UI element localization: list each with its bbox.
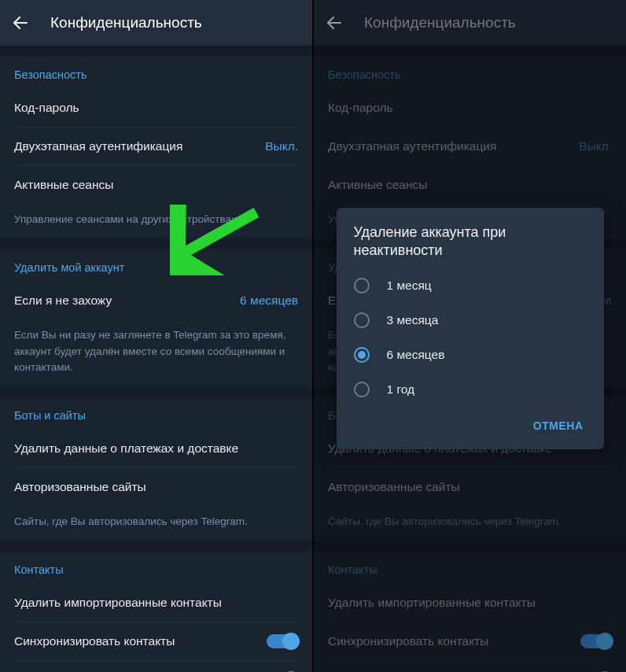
row-two-step[interactable]: Двухэтапная аутентификация Выкл. [0,127,312,165]
row-label: Удалить данные о платежах и доставке [14,441,238,456]
row-payments[interactable]: Удалить данные о платежах и доставке [0,430,312,467]
dialog-title: Удаление аккаунта при неактивности [337,223,604,268]
row-value: 6 месяцев [240,294,298,308]
radio-label: 1 месяц [387,279,432,293]
page-title: Конфиденциальность [50,14,202,31]
section-gap [0,46,312,57]
row-authorized-sites[interactable]: Авторизованные сайты [0,468,312,506]
row-label: Активные сеансы [14,178,113,192]
row-passcode[interactable]: Код-пароль [0,89,312,127]
section-gap [0,238,312,249]
radio-option-1-month[interactable]: 1 месяц [337,268,604,303]
row-label: Удалить импортированные контакты [14,596,222,610]
row-if-away[interactable]: Если я не захожу 6 месяцев [0,282,312,319]
radio-option-1-year[interactable]: 1 год [337,372,604,407]
row-label: Код-пароль [14,101,79,115]
section-gap [0,541,312,552]
modal-overlay[interactable]: Удаление аккаунта при неактивности 1 мес… [314,0,626,672]
section-header-security: Безопасность [0,57,312,89]
back-icon[interactable] [11,13,30,32]
radio-option-3-months[interactable]: 3 месяца [337,303,604,338]
radio-icon-selected [354,347,370,363]
row-label: Авторизованные сайты [14,480,146,494]
section-gap [0,386,312,397]
right-screen: Конфиденциальность Безопасность Код-паро… [314,0,626,672]
radio-option-6-months[interactable]: 6 месяцев [337,338,604,372]
radio-label: 6 месяцев [387,348,445,362]
dialog-actions: ОТМЕНА [337,407,604,445]
row-label: Двухэтапная аутентификация [14,139,182,153]
app-header: Конфиденциальность [0,0,312,46]
section-header-contacts: Контакты [0,552,312,584]
delete-inactivity-dialog: Удаление аккаунта при неактивности 1 мес… [337,208,604,449]
row-label: Если я не захожу [14,294,112,308]
row-label: Синхронизировать контакты [14,634,175,648]
section-header-delete: Удалить мой аккаунт [0,249,312,282]
footer-delete: Если Вы ни разу не заглянете в Telegram … [0,319,312,386]
footer-bots: Сайты, где Вы авторизовались через Teleg… [0,506,312,541]
row-active-sessions[interactable]: Активные сеансы [0,166,312,204]
radio-label: 1 год [387,382,415,397]
footer-security: Управление сеансами на других устройства… [0,204,312,238]
row-suggest[interactable]: Подсказка людей при поиске [0,661,312,672]
section-header-bots: Боты и сайты [0,397,312,430]
row-sync-contacts[interactable]: Синхронизировать контакты [0,622,312,660]
radio-icon [354,382,370,397]
radio-icon [354,278,370,294]
radio-icon [354,312,370,328]
row-value: Выкл. [265,139,298,153]
toggle-sync[interactable] [267,634,298,648]
left-screen: Конфиденциальность Безопасность Код-паро… [0,0,312,672]
row-delete-imported[interactable]: Удалить импортированные контакты [0,584,312,622]
cancel-button[interactable]: ОТМЕНА [524,412,593,440]
radio-label: 3 месяца [387,313,439,327]
